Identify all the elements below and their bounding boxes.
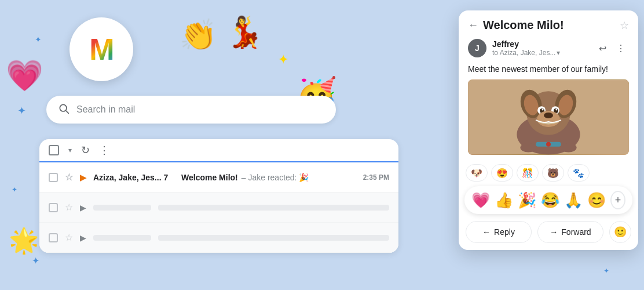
table-row[interactable]: ☆ ▶ bbox=[39, 193, 398, 223]
emoji-reaction-button[interactable]: 🙂 bbox=[609, 221, 631, 243]
svg-line-1 bbox=[66, 110, 69, 113]
reaction-dog[interactable]: 🐶 bbox=[466, 164, 488, 182]
back-button[interactable]: ← bbox=[468, 19, 478, 31]
gmail-m-letter: M bbox=[89, 34, 113, 64]
sender-info: Jeffrey to Aziza, Jake, Jes... ▾ bbox=[492, 39, 588, 57]
reply-button[interactable]: ← Reply bbox=[466, 221, 532, 243]
action-buttons: ← Reply → Forward 🙂 bbox=[459, 219, 638, 250]
reply-icon-button[interactable]: ↩ bbox=[594, 40, 610, 56]
picker-party-emoji[interactable]: 🎉 bbox=[518, 191, 536, 209]
email-toolbar: ▾ ↻ ⋮ bbox=[39, 139, 398, 162]
star-icon[interactable]: ☆ bbox=[65, 232, 73, 243]
svg-point-18 bbox=[546, 142, 551, 147]
gmail-logo-circle: M bbox=[69, 17, 133, 81]
svg-point-13 bbox=[542, 109, 544, 111]
subject-text: Welcome Milo! bbox=[181, 173, 238, 182]
table-row[interactable]: ☆ ▶ Aziza, Jake, Jes... 7 Welcome Milo! … bbox=[39, 162, 398, 193]
row-checkbox[interactable] bbox=[49, 233, 58, 242]
table-row[interactable]: ☆ ▶ bbox=[39, 223, 398, 253]
forward-label: Forward bbox=[561, 227, 591, 237]
select-dropdown-arrow[interactable]: ▾ bbox=[68, 146, 72, 154]
email-body: Meet the newest member of our family! bbox=[459, 62, 638, 79]
reply-arrow-icon: ← bbox=[482, 227, 491, 237]
search-placeholder: Search in mail bbox=[76, 104, 135, 115]
reaction-paw[interactable]: 🐾 bbox=[568, 164, 590, 182]
picker-laugh-emoji[interactable]: 😂 bbox=[541, 191, 559, 209]
more-emojis-button[interactable]: + bbox=[610, 191, 625, 209]
dancer-emoji: 💃 bbox=[226, 14, 264, 50]
preview-text: – Jake reacted: 🎉 bbox=[241, 173, 309, 182]
sender-placeholder bbox=[93, 205, 151, 211]
reaction-bear[interactable]: 🐻 bbox=[542, 164, 564, 182]
star-icon[interactable]: ☆ bbox=[65, 172, 73, 183]
emoji-reactions-row: 🐶 😍 🎊 🐻 🐾 bbox=[459, 161, 638, 185]
picker-heart-emoji[interactable]: 💗 bbox=[471, 191, 490, 209]
emoji-picker: 💗 👍 🎉 😂 🙏 😊 + bbox=[464, 186, 632, 214]
search-icon bbox=[58, 103, 69, 117]
subject-placeholder bbox=[158, 235, 389, 241]
email-detail-panel: ← Welcome Milo! ☆ J Jeffrey to Aziza, Ja… bbox=[459, 10, 638, 250]
more-options-button[interactable]: ⋮ bbox=[99, 144, 109, 157]
reaction-heart-eyes[interactable]: 😍 bbox=[491, 164, 513, 182]
avatar: J bbox=[468, 39, 486, 57]
forward-icon: ▶ bbox=[80, 233, 86, 242]
detail-action-icons: ↩ ⋮ bbox=[594, 40, 629, 56]
heart-emoji: 💗 bbox=[6, 58, 43, 93]
left-decoration-emoji: 🌟 bbox=[9, 226, 39, 255]
more-icon-button[interactable]: ⋮ bbox=[613, 40, 629, 56]
star-button[interactable]: ☆ bbox=[620, 19, 629, 32]
sender-placeholder bbox=[93, 235, 151, 241]
select-all-checkbox[interactable] bbox=[49, 145, 59, 155]
email-detail-title: Welcome Milo! bbox=[483, 19, 615, 32]
star-icon[interactable]: ☆ bbox=[65, 202, 73, 213]
gmail-logo-container: M bbox=[69, 17, 133, 81]
sender-name: Jeffrey bbox=[492, 39, 588, 49]
picker-thumbsup-emoji[interactable]: 👍 bbox=[495, 191, 513, 209]
forward-arrow-icon: → bbox=[550, 227, 558, 237]
subject-placeholder bbox=[158, 205, 389, 211]
body-text: Meet the newest member of our family! bbox=[468, 64, 608, 74]
svg-point-20 bbox=[561, 143, 577, 153]
forward-icon: ▶ bbox=[80, 203, 86, 212]
row-checkbox[interactable] bbox=[49, 173, 58, 182]
row-checkbox[interactable] bbox=[49, 203, 58, 212]
forward-icon: ▶ bbox=[80, 173, 86, 182]
sender-to: to Aziza, Jake, Jes... ▾ bbox=[492, 49, 588, 57]
svg-point-16 bbox=[544, 113, 553, 118]
picker-pray-emoji[interactable]: 🙏 bbox=[564, 191, 583, 209]
refresh-button[interactable]: ↻ bbox=[81, 144, 90, 157]
reaction-confetti[interactable]: 🎊 bbox=[517, 164, 539, 182]
search-bar[interactable]: Search in mail bbox=[46, 96, 336, 124]
email-list: ▾ ↻ ⋮ ☆ ▶ Aziza, Jake, Jes... 7 Welcome … bbox=[39, 139, 398, 253]
clapping-hands-emoji: 👏 bbox=[180, 17, 217, 53]
svg-point-19 bbox=[520, 143, 536, 153]
forward-button[interactable]: → Forward bbox=[537, 221, 603, 243]
sender-name: Aziza, Jake, Jes... 7 bbox=[93, 173, 174, 182]
reply-label: Reply bbox=[494, 227, 515, 237]
svg-point-14 bbox=[555, 109, 557, 111]
picker-smile-emoji[interactable]: 😊 bbox=[587, 191, 606, 209]
dog-image bbox=[468, 79, 629, 155]
detail-header: ← Welcome Milo! ☆ bbox=[459, 10, 638, 37]
sender-row: J Jeffrey to Aziza, Jake, Jes... ▾ ↩ ⋮ bbox=[459, 37, 638, 62]
email-subject-preview: Welcome Milo! – Jake reacted: 🎉 bbox=[181, 173, 356, 182]
email-time: 2:35 PM bbox=[363, 173, 389, 182]
